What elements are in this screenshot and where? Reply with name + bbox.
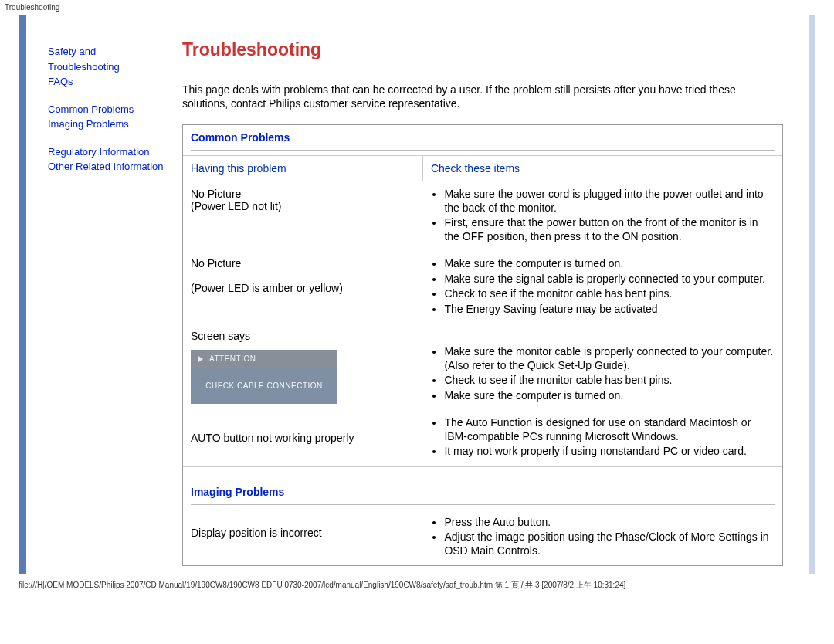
sidebar-group-1: Safety and Troubleshooting FAQs [48,44,179,90]
row-separator [183,466,782,480]
check-cell: Make sure the computer is turned on. Mak… [422,251,782,324]
content-box: Common Problems Having this problem Chec… [182,124,783,566]
sidebar-group-2: Common Problems Imaging Problems [48,102,179,132]
attention-box: ATTENTION CHECK CABLE CONNECTION [191,350,337,404]
problem-cell: AUTO button not working properly [183,410,422,466]
table-row: AUTO button not working properly The Aut… [183,410,782,466]
imaging-table: Display position is incorrect Press the … [183,510,782,566]
section-rule [191,150,775,151]
sidebar-link-regulatory[interactable]: Regulatory Information [48,144,179,160]
table-row: No Picture (Power LED is amber or yellow… [183,251,782,324]
main-content: Troubleshooting This page deals with pro… [179,15,802,574]
right-stripe [809,15,815,574]
check-list: Make sure the power cord is plugged into… [430,188,775,243]
section-imaging-problems: Imaging Problems [183,480,782,501]
sidebar-link-safety-troubleshooting-a[interactable]: Safety and [48,44,179,59]
problem-cell: Screen says ATTENTION CHECK CABLE CONNEC… [183,324,422,410]
list-item: Press the Auto button. [444,516,775,530]
list-item: Adjust the image position using the Phas… [444,530,775,558]
col-header-check: Check these items [422,156,782,181]
sidebar-group-3: Regulatory Information Other Related Inf… [48,144,179,175]
table-row: Screen says ATTENTION CHECK CABLE CONNEC… [183,324,782,410]
problem-cell: No Picture (Power LED is amber or yellow… [183,251,422,324]
check-list: Make sure the computer is turned on. Mak… [430,257,775,316]
problem-line: No Picture [191,257,415,269]
table-row: No Picture (Power LED not lit) Make sure… [183,181,782,252]
sidebar: Safety and Troubleshooting FAQs Common P… [48,15,179,574]
list-item: Make sure the power cord is plugged into… [444,188,775,215]
sidebar-link-imaging-problems[interactable]: Imaging Problems [48,117,179,132]
sidebar-link-faqs[interactable]: FAQs [48,74,179,90]
table-header-row: Having this problem Check these items [183,156,782,181]
sidebar-link-other-related[interactable]: Other Related Information [48,159,179,175]
list-item: Make sure the monitor cable is properly … [444,345,775,372]
problem-line [191,269,415,282]
list-item: The Auto Function is designed for use on… [444,416,775,443]
list-item: It may not work properly if using nonsta… [444,445,775,459]
problem-line: (Power LED is amber or yellow) [191,282,415,294]
check-cell: Press the Auto button. Adjust the image … [422,510,782,566]
check-cell: Make sure the power cord is plugged into… [422,181,782,252]
page-title: Troubleshooting [182,39,783,60]
list-item: First, ensure that the power button on t… [444,216,775,243]
footer-path: file:///H|/OEM MODELS/Philips 2007/CD Ma… [0,574,834,594]
list-item: The Energy Saving feature may be activat… [444,303,775,317]
title-divider [182,73,783,73]
sidebar-link-safety-troubleshooting-b[interactable]: Troubleshooting [48,59,179,75]
problem-line: Screen says [191,330,415,342]
check-list: Make sure the monitor cable is properly … [430,345,775,402]
sidebar-link-common-problems[interactable]: Common Problems [48,102,179,117]
attention-body: CHECK CABLE CONNECTION [191,368,337,404]
problem-line: (Power LED not lit) [191,200,415,212]
breadcrumb: Troubleshooting [0,0,834,15]
problems-table: Having this problem Check these items No… [183,155,782,480]
list-item: Make sure the computer is turned on. [444,389,775,403]
check-cell: Make sure the monitor cable is properly … [422,324,782,410]
problem-line: Display position is incorrect [191,527,415,539]
problem-cell: Display position is incorrect [183,510,422,566]
list-item: Check to see if the monitor cable has be… [444,287,775,301]
attention-head: ATTENTION [191,350,337,368]
check-cell: The Auto Function is designed for use on… [422,410,782,466]
section-common-problems: Common Problems [183,125,782,147]
page-wrapper: Safety and Troubleshooting FAQs Common P… [19,15,815,574]
list-item: Check to see if the monitor cable has be… [444,374,775,388]
list-item: Make sure the computer is turned on. [444,257,775,271]
intro-text: This page deals with problems that can b… [182,83,783,110]
section-rule [191,504,775,505]
col-header-problem: Having this problem [183,156,422,181]
check-list: The Auto Function is designed for use on… [430,416,775,459]
list-item: Make sure the signal cable is properly c… [444,273,775,286]
left-gap [26,15,48,574]
check-list: Press the Auto button. Adjust the image … [430,516,775,558]
problem-line: AUTO button not working properly [191,432,415,444]
table-row: Display position is incorrect Press the … [183,510,782,566]
problem-line: No Picture [191,188,415,200]
problem-cell: No Picture (Power LED not lit) [183,181,422,252]
left-stripe [19,15,26,574]
